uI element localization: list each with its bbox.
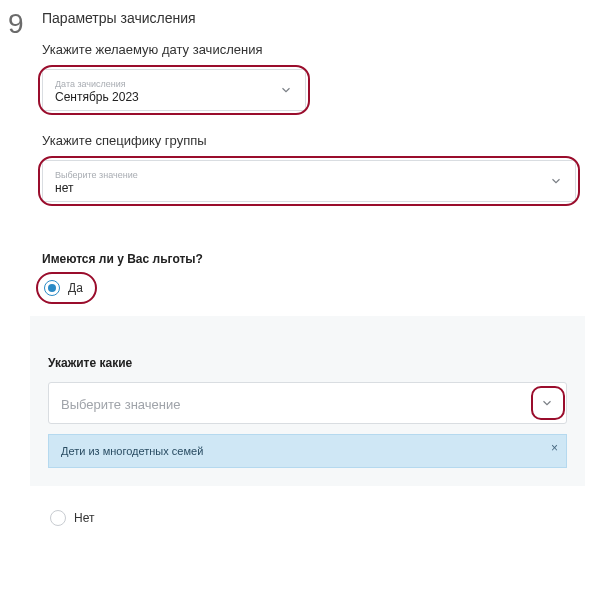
group-spec-select[interactable]: Выберите значение нет: [42, 160, 576, 202]
close-icon[interactable]: ×: [551, 441, 558, 455]
radio-icon-unchecked: [50, 510, 66, 526]
radio-no-label: Нет: [74, 511, 94, 525]
chevron-down-icon: [279, 83, 293, 97]
group-value: нет: [55, 181, 537, 195]
date-floating-label: Дата зачисления: [55, 79, 267, 89]
step-number: 9: [8, 10, 28, 38]
radio-yes-label: Да: [68, 281, 83, 295]
benefit-type-select[interactable]: Выберите значение: [48, 382, 567, 424]
enrollment-date-select[interactable]: Дата зачисления Сентябрь 2023: [42, 69, 306, 111]
radio-no[interactable]: Нет: [48, 508, 100, 528]
chevron-down-icon: [540, 396, 554, 410]
date-value: Сентябрь 2023: [55, 90, 267, 104]
specify-label: Укажите какие: [48, 356, 567, 370]
chevron-down-icon: [549, 174, 563, 188]
radio-icon-checked: [44, 280, 60, 296]
radio-yes[interactable]: Да: [42, 278, 89, 298]
section-title: Параметры зачисления: [42, 10, 576, 26]
benefits-question: Имеются ли у Вас льготы?: [42, 252, 576, 266]
benefits-subpanel: Укажите какие Выберите значение Дети из …: [30, 316, 585, 486]
date-field-label: Укажите желаемую дату зачисления: [42, 42, 576, 57]
selected-benefit-tag: Дети из многодетных семей ×: [48, 434, 567, 468]
selected-benefit-text: Дети из многодетных семей: [61, 445, 203, 457]
group-floating-label: Выберите значение: [55, 170, 537, 180]
group-field-label: Укажите специфику группы: [42, 133, 576, 148]
benefit-placeholder: Выберите значение: [61, 397, 528, 412]
